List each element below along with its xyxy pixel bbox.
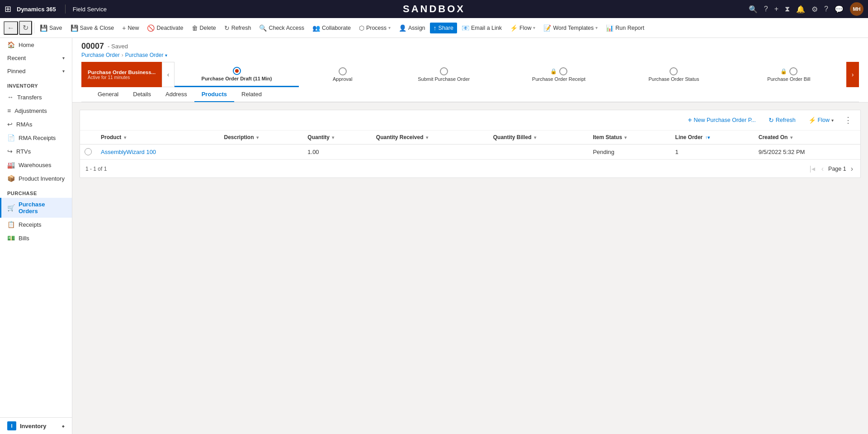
assign-icon: 👤	[399, 24, 406, 32]
sort-icon-qty-billed: ▾	[534, 135, 536, 140]
breadcrumb-separator: ›	[122, 52, 123, 58]
tab-details[interactable]: Details	[126, 87, 158, 102]
word-templates-button[interactable]: 📝 Word Templates ▾	[540, 23, 601, 33]
breadcrumb-link-1[interactable]: Purchase Order	[81, 52, 120, 58]
col-created-on-header[interactable]: Created On ▾	[754, 131, 860, 145]
active-stage-label[interactable]: Purchase Order Business... Active for 11…	[81, 62, 162, 87]
flow-button[interactable]: ⚡ Flow ▾	[506, 23, 539, 33]
tab-related[interactable]: Related	[234, 87, 269, 102]
receipts-icon: 📋	[7, 221, 15, 228]
run-report-button[interactable]: 📊 Run Report	[602, 23, 648, 33]
breadcrumb-dropdown-icon[interactable]: ▾	[165, 53, 167, 58]
avatar[interactable]: MH	[850, 2, 863, 16]
settings-icon[interactable]: ⚙	[811, 5, 818, 14]
purchase-section-header: Purchase	[0, 185, 72, 198]
sidebar-item-product-inventory[interactable]: 📦 Product Inventory	[0, 172, 72, 185]
sidebar-item-home[interactable]: 🏠 Home	[0, 38, 72, 51]
process-step-6[interactable]: 🔒 Purchase Order Bill	[731, 62, 846, 87]
process-step-3[interactable]: Submit Purchase Order	[387, 62, 501, 87]
step-label-3: Submit Purchase Order	[418, 76, 470, 82]
forward-button[interactable]: ↻	[19, 21, 32, 35]
chat-icon[interactable]: 💬	[835, 5, 844, 14]
table-header-row: Product ▾ Description ▾ Quantity ▾ Qua	[80, 131, 860, 145]
table-flow-button[interactable]: ⚡ Flow ▾	[803, 114, 839, 126]
add-icon[interactable]: +	[774, 5, 778, 13]
delete-button[interactable]: 🗑 Delete	[188, 23, 220, 33]
table-footer: 1 - 1 of 1 |◂ ‹ Page 1 ›	[80, 159, 860, 177]
sidebar-item-purchase-orders[interactable]: 🛒 Purchase Orders	[0, 198, 72, 218]
waffle-menu[interactable]: ⊞	[5, 4, 11, 14]
next-page-button[interactable]: ›	[849, 164, 855, 174]
process-nav-left[interactable]: ‹	[162, 62, 175, 87]
sidebar-item-recent[interactable]: Recent ▾	[0, 51, 72, 65]
save-close-icon: 💾	[71, 24, 78, 32]
row-checkbox[interactable]	[85, 148, 92, 155]
product-link[interactable]: AssemblyWizard 100	[101, 149, 156, 155]
col-line-order-header[interactable]: Line Order ↑▾	[671, 131, 754, 145]
share-button[interactable]: ↑ Share	[430, 23, 457, 33]
sidebar-item-adjustments[interactable]: ≡ Adjustments	[0, 104, 72, 117]
tab-products[interactable]: Products	[194, 87, 234, 102]
tab-address[interactable]: Address	[158, 87, 194, 102]
sidebar-item-warehouses[interactable]: 🏭 Warehouses	[0, 158, 72, 172]
process-button[interactable]: ⬡ Process ▾	[355, 23, 394, 33]
sidebar-bottom-inventory[interactable]: I Inventory ⬥	[0, 417, 72, 434]
chevron-down-icon: ▾	[62, 56, 65, 61]
breadcrumb-link-2[interactable]: Purchase Order	[125, 52, 164, 58]
step-circle-6	[789, 67, 797, 75]
breadcrumb: Purchase Order › Purchase Order ▾	[81, 52, 859, 58]
assign-button[interactable]: 👤 Assign	[395, 23, 429, 33]
question-icon[interactable]: ?	[824, 5, 828, 13]
sidebar-item-rmas[interactable]: ↩ RMAs	[0, 117, 72, 131]
table-refresh-button[interactable]: ↻ Refresh	[764, 114, 801, 126]
save-close-button[interactable]: 💾 Save & Close	[67, 23, 118, 33]
col-qty-billed-header[interactable]: Quantity Billed ▾	[489, 131, 589, 145]
check-access-button[interactable]: 🔍 Check Access	[255, 23, 308, 33]
process-nav-right[interactable]: ›	[846, 62, 859, 87]
table-more-button[interactable]: ⋮	[841, 114, 855, 126]
search-icon[interactable]: 🔍	[749, 5, 758, 14]
tab-general[interactable]: General	[90, 87, 126, 102]
col-quantity-header[interactable]: Quantity ▾	[303, 131, 372, 145]
sidebar-item-bills[interactable]: 💵 Bills	[0, 231, 72, 245]
process-step-2[interactable]: Approval	[299, 62, 387, 87]
products-table: Product ▾ Description ▾ Quantity ▾ Qua	[80, 131, 860, 159]
filter-icon[interactable]: ⧗	[785, 5, 790, 13]
process-step-5[interactable]: Purchase Order Status	[616, 62, 731, 87]
email-link-button[interactable]: 📧 Email a Link	[458, 23, 505, 33]
deactivate-button[interactable]: 🚫 Deactivate	[143, 23, 187, 33]
process-icon: ⬡	[359, 24, 364, 32]
help-icon[interactable]: ?	[764, 5, 768, 13]
sidebar-item-receipts[interactable]: 📋 Receipts	[0, 218, 72, 231]
col-product-header[interactable]: Product ▾	[96, 131, 220, 145]
process-dropdown-icon: ▾	[388, 25, 391, 30]
process-step-1[interactable]: Purchase Order Draft (11 Min)	[175, 62, 299, 87]
prev-page-button[interactable]: ‹	[820, 164, 826, 174]
share-icon: ↑	[434, 24, 437, 32]
lock-icon-4: 🔒	[550, 68, 557, 75]
col-description-header[interactable]: Description ▾	[220, 131, 303, 145]
main-layout: 🏠 Home Recent ▾ Pinned ▾ Inventory ↔ Tra…	[0, 38, 868, 434]
refresh-button[interactable]: ↻ Refresh	[221, 23, 255, 33]
col-item-status-header[interactable]: Item Status ▾	[588, 131, 670, 145]
new-purchase-order-btn[interactable]: + New Purchase Order P...	[683, 114, 761, 126]
col-qty-received-header[interactable]: Quantity Received ▾	[372, 131, 489, 145]
back-button[interactable]: ←	[4, 21, 18, 35]
save-button[interactable]: 💾 Save	[36, 23, 66, 33]
sidebar-item-transfers[interactable]: ↔ Transfers	[0, 90, 72, 104]
collaborate-button[interactable]: 👥 Collaborate	[309, 23, 354, 33]
process-step-4[interactable]: 🔒 Purchase Order Receipt	[501, 62, 616, 87]
refresh-icon-table: ↻	[769, 117, 774, 124]
sidebar-item-rma-receipts[interactable]: 📄 RMA Receipts	[0, 131, 72, 145]
new-button[interactable]: + New	[118, 23, 142, 33]
bills-icon: 💵	[7, 234, 15, 242]
bell-icon[interactable]: 🔔	[796, 5, 805, 14]
row-checkbox-cell[interactable]	[80, 145, 96, 159]
sidebar-item-pinned[interactable]: Pinned ▾	[0, 65, 72, 78]
top-navigation: ⊞ Dynamics 365 Field Service SANDBOX 🔍 ?…	[0, 0, 868, 18]
sort-icon-qty-received: ▾	[426, 135, 428, 140]
first-page-button[interactable]: |◂	[808, 163, 817, 174]
step-label-2: Approval	[333, 76, 352, 82]
sidebar-item-rtvs[interactable]: ↪ RTVs	[0, 145, 72, 158]
col-check-header	[80, 131, 96, 145]
